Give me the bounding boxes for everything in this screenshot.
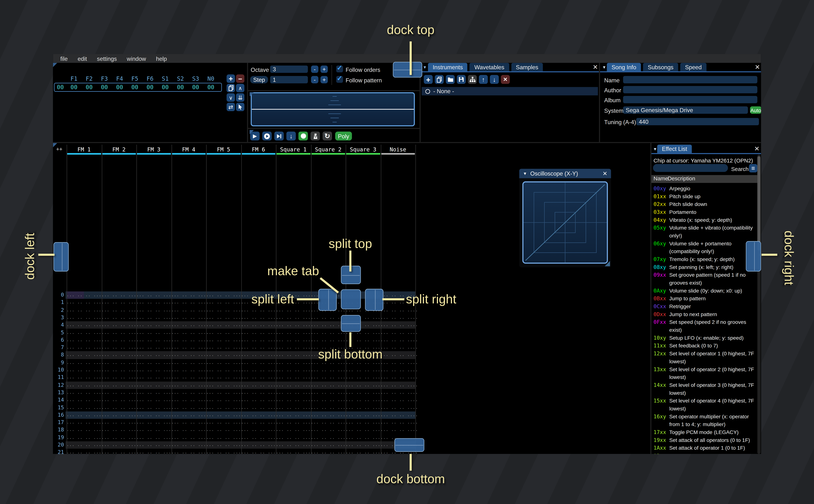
pattern-cell[interactable]: ... .. .. .... — [67, 426, 101, 434]
author-input[interactable] — [623, 86, 757, 93]
pattern-cell[interactable]: ... .. .. .... — [206, 396, 241, 404]
pattern-cell[interactable]: ... .. .. .... — [136, 404, 171, 411]
pattern-cell[interactable]: ... .. .. .... — [102, 441, 136, 449]
pattern-cell[interactable]: ... .. .. .... — [206, 389, 241, 396]
effect-row[interactable]: 0DxxJump to next pattern — [654, 310, 758, 318]
effect-row[interactable]: 11xxSet feedback (0 to 7) — [654, 342, 758, 350]
pattern-cell[interactable]: ... .. .. .... — [67, 351, 101, 359]
pattern-cell[interactable]: ... .. .. .... — [241, 306, 276, 314]
pattern-cell[interactable]: ... .. .. .... — [276, 306, 311, 314]
pattern-cell[interactable]: ... .. .. .... — [136, 396, 171, 404]
order-cell[interactable]: 00 — [173, 84, 188, 91]
pattern-cell[interactable]: ... .. .. .... — [241, 434, 276, 441]
poly-mono-toggle[interactable]: Poly — [335, 132, 352, 140]
pattern-cell[interactable]: ... .. .. .... — [380, 366, 415, 374]
pattern-cell[interactable]: ... .. .. .... — [171, 396, 206, 404]
pattern-cell[interactable]: ... .. .. .... — [67, 344, 101, 351]
order-duplicate-button[interactable] — [226, 84, 235, 92]
pattern-cell[interactable]: ... .. .. .... — [241, 366, 276, 374]
pattern-cell[interactable]: ... .. .. .... — [276, 351, 311, 359]
dock-right-target[interactable] — [746, 241, 761, 272]
pattern-cell[interactable]: ... .. .. .... — [136, 351, 171, 359]
pattern-cell[interactable]: ... .. .. .... — [171, 434, 206, 441]
pattern-cell[interactable]: ... .. .. .... — [102, 321, 136, 329]
pattern-cell[interactable]: ... .. .. .... — [380, 389, 415, 396]
pattern-cell[interactable]: ... .. .. .... — [311, 366, 345, 374]
close-icon[interactable]: ✕ — [593, 63, 598, 71]
pattern-cell[interactable]: ... .. .. .... — [241, 404, 276, 411]
pattern-cell[interactable]: ... .. .. .... — [380, 359, 415, 366]
split-bottom-target[interactable] — [341, 315, 361, 332]
order-cell[interactable]: 00 — [127, 84, 142, 91]
pattern-cell[interactable]: ... .. .. .... — [206, 291, 241, 299]
pattern-cell[interactable]: ... .. .. .... — [345, 449, 380, 454]
pattern-cell[interactable]: ... .. .. .... — [276, 344, 311, 351]
pattern-cell[interactable]: ... .. .. .... — [241, 351, 276, 359]
effect-list-menu-button[interactable]: ≡ — [749, 164, 757, 173]
pattern-cell[interactable]: ... .. .. .... — [136, 299, 171, 307]
pattern-cell[interactable]: ... .. .. .... — [102, 299, 136, 307]
octave-input[interactable] — [270, 66, 308, 73]
pattern-cell[interactable]: ... .. .. .... — [241, 336, 276, 344]
pattern-cell[interactable]: ... .. .. .... — [276, 389, 311, 396]
pattern-cell[interactable]: ... .. .. .... — [102, 381, 136, 389]
instrument-save-button[interactable] — [457, 75, 466, 84]
resize-grip[interactable] — [605, 261, 610, 266]
pattern-cell[interactable]: ... .. .. .... — [241, 419, 276, 426]
pattern-cell[interactable]: ... .. .. .... — [102, 426, 136, 434]
pattern-cell[interactable]: ... .. .. .... — [102, 344, 136, 351]
effect-row[interactable]: 19xxSet attack of all operators (0 to 1F… — [654, 436, 758, 444]
order-add-button[interactable]: + — [226, 74, 235, 83]
effect-row[interactable]: 03xxPortamento — [654, 208, 758, 216]
pattern-cell[interactable]: ... .. .. .... — [136, 389, 171, 396]
octave-decrease-button[interactable]: - — [311, 66, 318, 73]
pattern-cell[interactable]: ... .. .. .... — [206, 299, 241, 307]
order-cell[interactable]: 00 — [158, 84, 173, 91]
order-cell[interactable]: 00 — [188, 84, 203, 91]
pattern-cell[interactable]: ... .. .. .... — [241, 449, 276, 454]
pattern-cell[interactable]: ... .. .. .... — [171, 404, 206, 411]
pattern-cell[interactable]: ... .. .. .... — [206, 426, 241, 434]
pattern-cell[interactable]: ... .. .. .... — [311, 329, 345, 336]
pattern-cell[interactable]: ... .. .. .... — [102, 434, 136, 441]
effect-row[interactable]: 05xyVolume slide + vibrato (compatibilit… — [654, 224, 758, 239]
pattern-cell[interactable]: ... .. .. .... — [345, 389, 380, 396]
pattern-cell[interactable]: ... .. .. .... — [171, 366, 206, 374]
pattern-cell[interactable]: ... .. .. .... — [136, 321, 171, 329]
make-tab-target[interactable] — [341, 289, 361, 309]
pattern-cell[interactable]: ... .. .. .... — [311, 321, 345, 329]
pattern-cell[interactable]: ... .. .. .... — [206, 374, 241, 381]
pattern-cell[interactable]: ... .. .. .... — [345, 374, 380, 381]
effect-row[interactable]: 10xySetup LFO (x: enable; y: speed) — [654, 334, 758, 342]
name-input[interactable] — [623, 76, 757, 83]
pattern-cell[interactable]: ... .. .. .... — [206, 336, 241, 344]
record-button[interactable] — [298, 132, 308, 140]
pattern-cell[interactable]: ... .. .. .... — [311, 389, 345, 396]
pattern-cell[interactable]: ... .. .. .... — [311, 396, 345, 404]
pattern-cell[interactable]: ... .. .. .... — [171, 449, 206, 454]
pattern-cell[interactable]: ... .. .. .... — [241, 359, 276, 366]
instrument-open-button[interactable] — [446, 75, 455, 84]
oscilloscope-title-bar[interactable]: ▼ Oscilloscope (X-Y) ✕ — [519, 169, 611, 178]
pattern-cell[interactable]: ... .. .. .... — [276, 381, 311, 389]
pattern-cell[interactable]: ... .. .. .... — [380, 419, 415, 426]
effect-row[interactable]: 09xxSet groove pattern (speed 1 if no gr… — [654, 271, 758, 287]
pattern-cell[interactable]: ... .. .. .... — [136, 449, 171, 454]
effect-row[interactable]: 00xyArpeggio — [654, 185, 758, 193]
pattern-cell[interactable]: ... .. .. .... — [206, 344, 241, 351]
pattern-cell[interactable]: ... .. .. .... — [136, 314, 171, 321]
play-from-cursor-button[interactable] — [274, 132, 284, 140]
effect-row[interactable]: 04xyVibrato (x: speed; y: depth) — [654, 216, 758, 224]
scrollbar-thumb[interactable] — [757, 156, 761, 251]
pattern-cell[interactable]: ... .. .. .... — [276, 329, 311, 336]
collapse-icon[interactable]: ▼ — [423, 65, 427, 70]
pattern-cell[interactable]: ... .. .. .... — [276, 441, 311, 449]
pattern-cell[interactable]: ... .. .. .... — [311, 419, 345, 426]
pattern-cell[interactable]: ... .. .. .... — [380, 426, 415, 434]
pattern-cell[interactable]: ... .. .. .... — [276, 359, 311, 366]
effect-row[interactable]: 01xxPitch slide up — [654, 192, 758, 200]
pattern-cell[interactable]: ... .. .. .... — [241, 441, 276, 449]
pattern-cell[interactable]: ... .. .. .... — [136, 336, 171, 344]
pattern-cell[interactable]: ... .. .. .... — [136, 291, 171, 299]
pattern-cell[interactable]: ... .. .. .... — [345, 366, 380, 374]
